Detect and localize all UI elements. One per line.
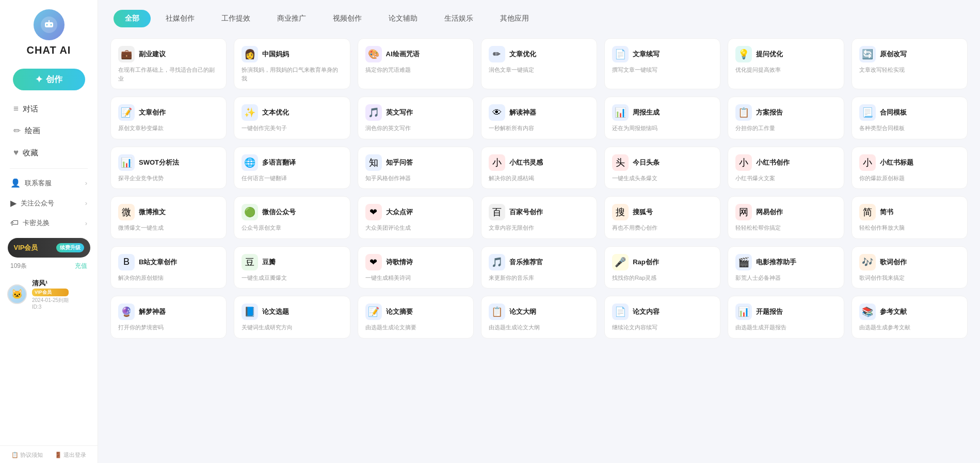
card-weekly-report[interactable]: 📊 周报生成 还在为周报烦恼吗 <box>604 97 720 139</box>
card-english-write[interactable]: 🎵 英文写作 润色你的英文写作 <box>358 97 474 139</box>
card-toutiao[interactable]: 头 今日头条 一键生成头条爆文 <box>604 147 720 189</box>
card-header: 小 小红书创作 <box>735 154 836 171</box>
sidebar-item-chat[interactable]: ≡ 对话 <box>9 99 88 119</box>
card-thesis-abstract[interactable]: 📝 论文摘要 由选题生成论文摘要 <box>358 296 474 339</box>
customer-service-action[interactable]: 👤 联系客服 › <box>0 173 98 193</box>
card-dianping[interactable]: ❤ 大众点评 大众美团评论生成 <box>358 196 474 239</box>
card-ai-painting-spell[interactable]: 🎨 AI绘画咒语 搞定你的咒语难题 <box>358 38 474 89</box>
card-xiaohongshu-inspire[interactable]: 小 小红书灵感 解决你的灵感枯竭 <box>481 147 597 189</box>
tab-all[interactable]: 全部 <box>114 10 151 27</box>
card-poem-love[interactable]: ❤ 诗歌情诗 一键生成精美诗词 <box>358 246 474 289</box>
card-open-report[interactable]: 📊 开题报告 由选题生成开题报告 <box>728 296 844 339</box>
card-reference[interactable]: 📚 参考文献 由选题生成参考文献 <box>852 296 968 339</box>
card-thesis-topic[interactable]: 📘 论文选题 关键词生成研究方向 <box>234 296 350 339</box>
card-desc: 打开你的梦境密码 <box>118 323 219 332</box>
card-lyrics-create[interactable]: 🎶 歌词创作 歌词创作我来搞定 <box>852 246 968 289</box>
card-article-optimize[interactable]: ✏ 文章优化 润色文章一键搞定 <box>481 38 597 89</box>
customer-service-icon: 👤 <box>10 178 21 188</box>
card-chinese-mom[interactable]: 👩 中国妈妈 扮演我妈，用我妈的口气来教育单身的我 <box>234 38 350 89</box>
card-desc: 轻轻松松帮你搞定 <box>735 223 836 232</box>
user-avatar: 🐱 <box>7 284 27 304</box>
card-multi-translate[interactable]: 🌐 多语言翻译 任何语言一键翻译 <box>234 147 350 189</box>
card-icon: 📋 <box>735 104 752 121</box>
vip-bar[interactable]: VIP会员 续费升级 <box>8 238 90 258</box>
card-header: 知 知乎问答 <box>365 154 466 171</box>
card-icon: 📊 <box>612 104 629 121</box>
card-article-create[interactable]: 📝 文章创作 原创文章秒变爆款 <box>110 97 227 139</box>
card-desc: 歌词创作我来搞定 <box>859 274 960 282</box>
card-wechat-public[interactable]: 🟢 微信公众号 公众号原创文章 <box>234 196 350 239</box>
card-title: 豆瓣 <box>262 258 276 267</box>
logout-link[interactable]: 🚪 退出登录 <box>55 451 86 459</box>
tab-other[interactable]: 其他应用 <box>488 9 541 28</box>
sidebar-item-collect[interactable]: ♥ 收藏 <box>9 142 88 163</box>
card-icon: 微 <box>118 204 135 220</box>
card-icon: 📘 <box>242 304 258 320</box>
agreement-link[interactable]: 📋 协议须知 <box>11 451 43 459</box>
main-area: 全部社媒创作工作提效商业推广视频创作论文辅助生活娱乐其他应用 💼 副业建议 在现… <box>98 0 980 463</box>
card-original-rewrite[interactable]: 🔄 原创改写 文章改写轻松实现 <box>852 38 968 89</box>
card-icon: 🌐 <box>242 154 258 171</box>
card-douban[interactable]: 豆 豆瓣 一键生成豆瓣爆文 <box>234 246 350 289</box>
card-side-job[interactable]: 💼 副业建议 在现有工作基础上，寻找适合自己的副业 <box>110 38 227 89</box>
card-title: 论文内容 <box>633 307 660 316</box>
tab-thesis[interactable]: 论文辅助 <box>377 9 429 28</box>
chat-icon: ≡ <box>13 104 19 114</box>
card-thesis-outline[interactable]: 📋 论文大纲 由选题生成论文大纲 <box>481 296 597 339</box>
card-desc: 找找你的Rap灵感 <box>612 274 713 282</box>
card-icon: 📚 <box>859 304 876 320</box>
card-plan-report[interactable]: 📋 方案报告 分担你的工作量 <box>728 97 844 139</box>
tab-social[interactable]: 社媒创作 <box>154 9 206 28</box>
card-article-continue[interactable]: 📄 文章续写 撰写文章一键续写 <box>604 38 720 89</box>
tab-life[interactable]: 生活娱乐 <box>432 9 485 28</box>
card-header: ✏ 文章优化 <box>489 46 589 62</box>
card-title: 论文摘要 <box>386 307 413 316</box>
recharge-link[interactable]: 充值 <box>75 262 87 270</box>
card-desc: 润色你的英文写作 <box>365 124 466 133</box>
user-name: 清风¹ <box>32 279 69 288</box>
card-wangyi-create[interactable]: 网 网易创作 轻轻松松帮你搞定 <box>728 196 844 239</box>
card-icon: 简 <box>859 204 876 220</box>
card-header: 百 百家号创作 <box>489 204 589 220</box>
card-dream-interpret[interactable]: 🔮 解梦神器 打开你的梦境密码 <box>110 296 227 339</box>
card-thesis-content[interactable]: 📄 论文内容 继续论文内容续写 <box>604 296 720 339</box>
follow-wechat-action[interactable]: ▶ 关注公众号 › <box>0 193 98 213</box>
card-desc: 在现有工作基础上，寻找适合自己的副业 <box>118 66 219 83</box>
card-icon: 🟢 <box>242 204 258 220</box>
card-title: 百家号创作 <box>509 207 543 217</box>
card-sougou[interactable]: 搜 搜狐号 再也不用费心创作 <box>604 196 720 239</box>
card-header: ✨ 文本优化 <box>242 104 342 121</box>
tab-work[interactable]: 工作提效 <box>210 9 262 28</box>
tab-business[interactable]: 商业推广 <box>265 9 318 28</box>
card-prompt-optimize[interactable]: 💡 提问优化 优化提问提高效率 <box>728 38 844 89</box>
card-jianshu[interactable]: 简 简书 轻松创作释放大脑 <box>852 196 968 239</box>
card-header: 🔄 原创改写 <box>859 46 960 62</box>
card-title: 文本优化 <box>262 108 289 117</box>
card-desc: 搞定你的咒语难题 <box>365 66 466 74</box>
card-movie-recommend[interactable]: 🎬 电影推荐助手 影荒人士必备神器 <box>728 246 844 289</box>
card-title: 论文选题 <box>262 307 289 316</box>
card-rap-create[interactable]: 🎤 Rap创作 找找你的Rap灵感 <box>604 246 720 289</box>
create-button[interactable]: ✦ 创作 <box>13 69 85 90</box>
card-xiaohongshu-title[interactable]: 小 小红书标题 你的爆款原创标题 <box>852 147 968 189</box>
card-icon: ❤ <box>365 204 382 220</box>
card-music-recommend[interactable]: 🎵 音乐推荐官 来更新你的音乐库 <box>481 246 597 289</box>
card-baijiahao[interactable]: 百 百家号创作 文章内容无限创作 <box>481 196 597 239</box>
sidebar-item-draw[interactable]: ✏ 绘画 <box>9 120 88 141</box>
card-desc: 大众美团评论生成 <box>365 223 466 232</box>
card-xiaohongshu-create[interactable]: 小 小红书创作 小红书爆火文案 <box>728 147 844 189</box>
card-zhihu-qa[interactable]: 知 知乎问答 知乎风格创作神器 <box>358 147 474 189</box>
agreement-icon: 📋 <box>11 452 19 458</box>
redeem-action[interactable]: 🏷 卡密兑换 › <box>0 213 98 233</box>
card-bilibili[interactable]: B B站文章创作 解决你的原创烦恼 <box>110 246 227 289</box>
card-weibo-push[interactable]: 微 微博推文 微博爆文一键生成 <box>110 196 227 239</box>
card-header: 💡 提问优化 <box>735 46 836 62</box>
card-text-optimize[interactable]: ✨ 文本优化 一键创作完美句子 <box>234 97 350 139</box>
card-swot[interactable]: 📊 SWOT分析法 探寻企业竞争优势 <box>110 147 227 189</box>
user-vip-badge: VIP会员 <box>32 289 69 296</box>
card-contract-template[interactable]: 📃 合同模板 各种类型合同模板 <box>852 97 968 139</box>
card-reader-device[interactable]: 👁 解读神器 一秒解析所有内容 <box>481 97 597 139</box>
tab-video[interactable]: 视频创作 <box>321 9 374 28</box>
card-icon: 📝 <box>118 104 135 121</box>
card-title: 原创改写 <box>880 50 907 59</box>
